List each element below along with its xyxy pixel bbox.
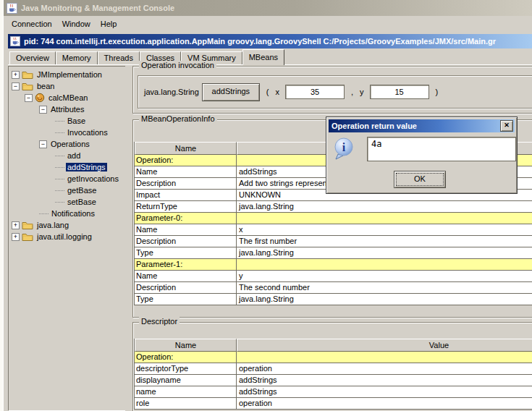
menu-bar: Connection Window Help: [4, 16, 532, 32]
operation-invocation-row: java.lang.String addStrings ( x , y ): [138, 75, 532, 109]
tree-item-getinvocations[interactable]: getInvocations: [9, 173, 126, 185]
ok-button[interactable]: OK: [394, 171, 446, 188]
table-row[interactable]: nameaddStrings: [135, 386, 532, 398]
folder-icon: [22, 81, 33, 91]
menu-connection[interactable]: Connection: [7, 17, 57, 30]
tree-connector: [55, 167, 64, 168]
tree-connector: [55, 121, 64, 122]
tree-collapse-icon[interactable]: −: [12, 82, 20, 90]
descriptor-table: Name Value Operation: descriptorTypeoper…: [134, 339, 532, 410]
table-row[interactable]: Parameter-0:: [135, 213, 532, 224]
tree-item-setbase[interactable]: setBase: [9, 196, 126, 208]
tab-strip: Overview Memory Threads Classes VM Summa…: [8, 48, 532, 65]
connection-frame-title: pid: 744 com.intellij.rt.execution.appli…: [24, 37, 496, 46]
tree-item-attributes[interactable]: − Attributes: [9, 103, 126, 115]
tree-item-bean[interactable]: − bean: [9, 80, 126, 92]
column-header-name: Name: [135, 142, 237, 155]
tree-item-add[interactable]: add: [9, 150, 126, 161]
tree-item-base[interactable]: Base: [9, 115, 126, 127]
param-y-input[interactable]: [370, 85, 429, 99]
close-paren: ): [436, 88, 439, 96]
svg-text:i: i: [342, 141, 346, 153]
tab-overview[interactable]: Overview: [9, 51, 56, 64]
tree-expand-icon[interactable]: +: [12, 221, 20, 229]
tree-item-getbase[interactable]: getBase: [9, 185, 126, 196]
tree-connector: [55, 132, 64, 133]
tree-collapse-icon[interactable]: −: [39, 140, 47, 148]
folder-icon: [22, 69, 33, 80]
jconsole-window: Java Monitoring & Management Console Con…: [3, 0, 532, 411]
mbean-icon: [35, 93, 45, 103]
operation-return-value-dialog: Operation return value ✕ i 4a OK: [326, 116, 518, 194]
folder-icon: [22, 220, 33, 230]
comma-separator: ,: [351, 88, 353, 96]
table-row[interactable]: Operation:: [135, 352, 532, 363]
column-header-name: Name: [135, 339, 237, 352]
group-title: Operation invocation: [139, 61, 216, 69]
tab-mbeans[interactable]: MBeans: [242, 49, 284, 65]
open-paren: (: [266, 88, 269, 96]
param-y-label: y: [360, 88, 364, 96]
dialog-title: Operation return value: [332, 122, 417, 130]
tree-item-java-util-logging[interactable]: + java.util.logging: [9, 231, 126, 242]
table-header: Name Value: [135, 339, 532, 352]
menu-window[interactable]: Window: [57, 17, 96, 30]
java-cup-icon: [7, 3, 17, 14]
tab-memory[interactable]: Memory: [56, 51, 98, 64]
folder-icon: [22, 232, 33, 242]
tree-collapse-icon[interactable]: −: [25, 94, 33, 102]
table-row[interactable]: ReturnTypejava.lang.String: [135, 201, 532, 213]
tree-item-invocations[interactable]: Invocations: [9, 127, 126, 138]
info-icon: i: [332, 137, 355, 161]
table-row[interactable]: Namex: [135, 224, 532, 236]
table-row[interactable]: displaynameaddStrings: [135, 375, 532, 386]
tree-connector: [55, 190, 64, 191]
tree-item-calcmbean[interactable]: − calcMBean: [9, 92, 126, 103]
table-row[interactable]: Typejava.lang.String: [135, 294, 532, 305]
tree-splitter[interactable]: [125, 66, 132, 411]
tree-connector: [55, 179, 64, 179]
tree-connector: [39, 213, 48, 214]
tree-connector: [55, 156, 64, 156]
connection-frame-titlebar[interactable]: pid: 744 com.intellij.rt.execution.appli…: [8, 34, 532, 48]
tree-item-jmimplementation[interactable]: + JMImplementation: [9, 69, 126, 80]
tree-item-notifications[interactable]: Notifications: [9, 208, 126, 219]
close-icon[interactable]: ✕: [500, 120, 513, 132]
param-x-input[interactable]: [285, 85, 345, 99]
mbean-tree: + JMImplementation − bean − calcMBean: [8, 66, 127, 411]
tree-item-operations[interactable]: − Operations: [9, 138, 126, 150]
dialog-titlebar[interactable]: Operation return value ✕: [329, 119, 515, 132]
window-title: Java Monitoring & Management Console: [21, 4, 174, 12]
table-row[interactable]: Typejava.lang.String: [135, 247, 532, 259]
table-row[interactable]: roleoperation: [135, 398, 532, 410]
operation-invocation-group: Operation invocation java.lang.String ad…: [132, 66, 532, 114]
table-row[interactable]: descriptorTypeoperation: [135, 363, 532, 375]
tree-connector: [55, 202, 64, 203]
table-row[interactable]: DescriptionThe second number: [135, 282, 532, 294]
table-row[interactable]: DescriptionThe first number: [135, 236, 532, 247]
table-row[interactable]: Namey: [135, 271, 532, 282]
desktop: Java Monitoring & Management Console Con…: [0, 0, 532, 411]
tree-expand-icon[interactable]: +: [12, 71, 20, 79]
table-row[interactable]: Parameter-1:: [135, 259, 532, 271]
java-cup-icon: [10, 36, 20, 46]
param-x-label: x: [276, 88, 280, 96]
tree-collapse-icon[interactable]: −: [39, 106, 47, 114]
menu-help[interactable]: Help: [96, 17, 122, 30]
return-type-label: java.lang.String: [144, 88, 199, 96]
group-title: MBeanOperationInfo: [139, 114, 217, 123]
tree-expand-icon[interactable]: +: [12, 233, 20, 241]
descriptor-group: Descriptor Name Value Operation: descrip…: [132, 322, 532, 411]
tree-item-addstrings[interactable]: addStrings: [9, 161, 126, 173]
group-title: Descriptor: [139, 317, 180, 326]
return-value-field[interactable]: 4a: [367, 137, 516, 161]
addstrings-invoke-button[interactable]: addStrings: [202, 83, 260, 101]
tab-threads[interactable]: Threads: [98, 51, 140, 64]
window-titlebar[interactable]: Java Monitoring & Management Console: [4, 0, 532, 16]
tree-item-java-lang[interactable]: + java.lang: [9, 219, 126, 231]
column-header-value: Value: [237, 339, 532, 352]
